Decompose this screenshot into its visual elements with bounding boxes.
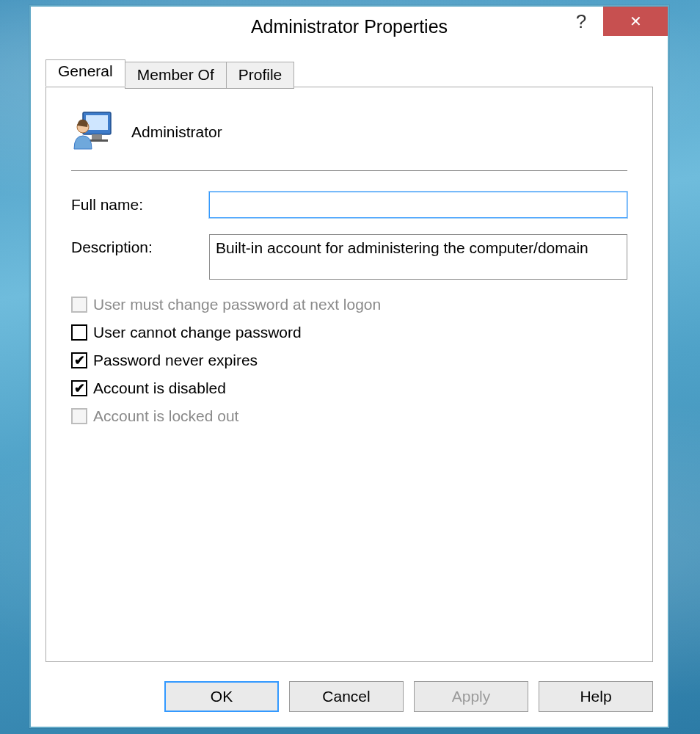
tab-member-of[interactable]: Member Of [125,62,227,89]
checkmark-icon: ✔ [74,382,85,395]
dialog-button-bar: OK Cancel Apply Help [45,681,653,712]
checkbox-group: User must change password at next logon … [71,296,627,425]
tabs-bar: General Member Of Profile [45,59,653,87]
help-button[interactable]: Help [539,681,653,712]
check-account-locked-out: Account is locked out [71,407,627,425]
titlebar: Administrator Properties ? ✕ [31,7,668,46]
svg-rect-1 [86,115,108,130]
svg-rect-2 [92,134,102,139]
checkbox-icon: ✔ [71,352,87,368]
tab-general[interactable]: General [45,59,125,87]
check-cannot-change-password[interactable]: User cannot change password [71,324,627,341]
checkmark-icon: ✔ [74,354,85,367]
cancel-button[interactable]: Cancel [289,681,404,712]
tab-panel-general: Administrator Full name: Description: Bu… [45,87,653,662]
properties-dialog: Administrator Properties ? ✕ General Mem… [29,5,669,728]
tab-profile[interactable]: Profile [226,62,295,89]
apply-button: Apply [414,681,528,712]
check-label: Account is disabled [93,379,226,397]
full-name-label: Full name: [71,192,209,214]
check-label: Account is locked out [93,407,238,425]
titlebar-close-button[interactable]: ✕ [603,7,668,36]
check-label: Password never expires [93,352,258,369]
full-name-input[interactable] [209,192,627,218]
close-icon: ✕ [630,12,642,30]
user-icon [71,108,115,156]
checkbox-icon: ✔ [71,380,87,396]
check-account-disabled[interactable]: ✔ Account is disabled [71,379,627,397]
description-input[interactable]: Built-in account for administering the c… [209,234,627,280]
user-header: Administrator [71,108,627,156]
titlebar-help-button[interactable]: ? [559,7,603,36]
check-must-change-password: User must change password at next logon [71,296,627,313]
check-password-never-expires[interactable]: ✔ Password never expires [71,352,627,369]
checkbox-icon [71,408,87,424]
checkbox-icon [71,324,87,341]
user-name-label: Administrator [131,123,222,141]
question-icon: ? [576,10,586,33]
check-label: User must change password at next logon [93,296,381,313]
checkbox-icon [71,297,87,313]
row-description: Description: Built-in account for admini… [71,234,627,280]
divider [71,170,627,171]
row-full-name: Full name: [71,192,627,218]
ok-button[interactable]: OK [164,681,279,712]
check-label: User cannot change password [93,324,302,341]
dialog-content: General Member Of Profile Admi [45,59,653,662]
description-label: Description: [71,234,209,256]
